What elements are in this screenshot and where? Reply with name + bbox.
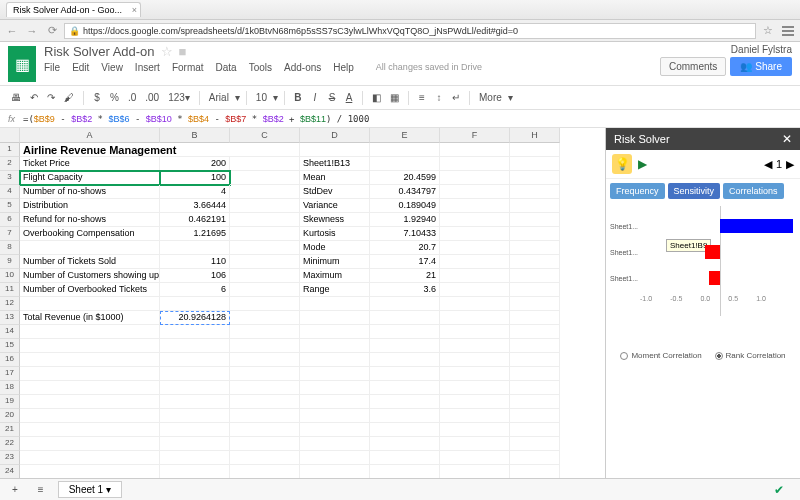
cell[interactable] xyxy=(510,423,560,437)
cell[interactable]: 106 xyxy=(160,269,230,283)
cell[interactable] xyxy=(230,451,300,465)
cell[interactable] xyxy=(230,339,300,353)
cell[interactable]: Number of Tickets Sold xyxy=(20,255,160,269)
cell[interactable]: 0.434797 xyxy=(370,185,440,199)
cell[interactable] xyxy=(440,381,510,395)
cell[interactable] xyxy=(160,437,230,451)
cell[interactable]: Skewness xyxy=(300,213,370,227)
font-select[interactable]: Arial xyxy=(206,90,232,105)
browser-tab[interactable]: Risk Solver Add-on - Goo... × xyxy=(6,2,141,17)
cell[interactable] xyxy=(160,381,230,395)
row-header[interactable]: 2 xyxy=(0,157,20,171)
cell[interactable]: 1.21695 xyxy=(160,227,230,241)
percent-icon[interactable]: % xyxy=(107,90,122,105)
row-header[interactable]: 14 xyxy=(0,325,20,339)
cell[interactable] xyxy=(20,325,160,339)
cell[interactable]: 7.10433 xyxy=(370,227,440,241)
cell[interactable]: 6 xyxy=(160,283,230,297)
cell[interactable] xyxy=(230,353,300,367)
cell[interactable]: 17.4 xyxy=(370,255,440,269)
cell[interactable]: 200 xyxy=(160,157,230,171)
row-header[interactable]: 24 xyxy=(0,465,20,478)
cell[interactable] xyxy=(440,437,510,451)
cell[interactable] xyxy=(370,353,440,367)
cell[interactable] xyxy=(510,367,560,381)
cell[interactable]: Distribution xyxy=(20,199,160,213)
cell[interactable]: Sheet1!B13 xyxy=(300,157,370,171)
cell[interactable]: 0.462191 xyxy=(160,213,230,227)
cell[interactable] xyxy=(20,339,160,353)
chrome-menu-icon[interactable] xyxy=(780,23,796,39)
row-header[interactable]: 19 xyxy=(0,395,20,409)
font-size[interactable]: 10 xyxy=(253,90,270,105)
cell[interactable]: 3.6 xyxy=(370,283,440,297)
cell[interactable]: Number of Customers showing up xyxy=(20,269,160,283)
col-header[interactable]: C xyxy=(230,128,300,143)
undo-icon[interactable]: ↶ xyxy=(27,90,41,105)
cell[interactable]: 110 xyxy=(160,255,230,269)
row-header[interactable]: 1 xyxy=(0,143,20,157)
cell[interactable] xyxy=(230,381,300,395)
prev-icon[interactable]: ◀ xyxy=(764,158,772,171)
cell[interactable] xyxy=(510,325,560,339)
row-header[interactable]: 6 xyxy=(0,213,20,227)
comments-button[interactable]: Comments xyxy=(660,57,726,76)
row-header[interactable]: 20 xyxy=(0,409,20,423)
cell[interactable] xyxy=(510,465,560,478)
row-header[interactable]: 21 xyxy=(0,423,20,437)
menu-view[interactable]: View xyxy=(101,62,123,73)
cell[interactable] xyxy=(20,381,160,395)
play-icon[interactable]: ▶ xyxy=(638,157,647,171)
cell[interactable] xyxy=(300,437,370,451)
cell[interactable] xyxy=(440,367,510,381)
tab-correlations[interactable]: Correlations xyxy=(723,183,784,199)
cell[interactable]: Maximum xyxy=(300,269,370,283)
tab-frequency[interactable]: Frequency xyxy=(610,183,665,199)
menu-format[interactable]: Format xyxy=(172,62,204,73)
cell[interactable] xyxy=(300,395,370,409)
cell[interactable] xyxy=(160,367,230,381)
active-cell[interactable]: 20.9264128 xyxy=(160,311,230,325)
cell[interactable] xyxy=(300,381,370,395)
cell[interactable] xyxy=(370,451,440,465)
doc-title[interactable]: Risk Solver Add-on xyxy=(44,44,155,59)
col-header[interactable]: H xyxy=(510,128,560,143)
sheets-logo-icon[interactable]: ▦ xyxy=(8,46,36,82)
cell[interactable] xyxy=(230,325,300,339)
back-icon[interactable]: ← xyxy=(4,23,20,39)
cell[interactable] xyxy=(230,423,300,437)
cell[interactable]: Total Revenue (in $1000) xyxy=(20,311,160,325)
menu-data[interactable]: Data xyxy=(216,62,237,73)
strike-icon[interactable]: S xyxy=(325,90,339,105)
cell[interactable] xyxy=(370,437,440,451)
url-input[interactable]: 🔒 https://docs.google.com/spreadsheets/d… xyxy=(64,23,756,39)
moment-correlation-radio[interactable]: Moment Correlation xyxy=(620,351,701,360)
cell[interactable]: 4 xyxy=(160,185,230,199)
row-header[interactable]: 13 xyxy=(0,311,20,325)
row-header[interactable]: 17 xyxy=(0,367,20,381)
cell[interactable] xyxy=(510,437,560,451)
row-header[interactable]: 16 xyxy=(0,353,20,367)
cell[interactable] xyxy=(510,451,560,465)
cell[interactable]: StdDev xyxy=(300,185,370,199)
reload-icon[interactable]: ⟳ xyxy=(44,23,60,39)
cell[interactable] xyxy=(160,465,230,478)
borders-icon[interactable]: ▦ xyxy=(387,90,402,105)
cell[interactable] xyxy=(440,423,510,437)
cell[interactable] xyxy=(370,381,440,395)
cell[interactable] xyxy=(160,339,230,353)
row-header[interactable]: 12 xyxy=(0,297,20,311)
cell[interactable] xyxy=(510,339,560,353)
menu-file[interactable]: File xyxy=(44,62,60,73)
cell[interactable] xyxy=(510,395,560,409)
folder-icon[interactable]: ■ xyxy=(179,44,187,59)
cell[interactable] xyxy=(440,325,510,339)
cell[interactable] xyxy=(370,423,440,437)
cell[interactable] xyxy=(440,395,510,409)
cell[interactable] xyxy=(300,339,370,353)
cell[interactable] xyxy=(20,395,160,409)
cell[interactable] xyxy=(20,465,160,478)
more-button[interactable]: More xyxy=(476,90,505,105)
cell[interactable] xyxy=(160,325,230,339)
row-header[interactable]: 8 xyxy=(0,241,20,255)
